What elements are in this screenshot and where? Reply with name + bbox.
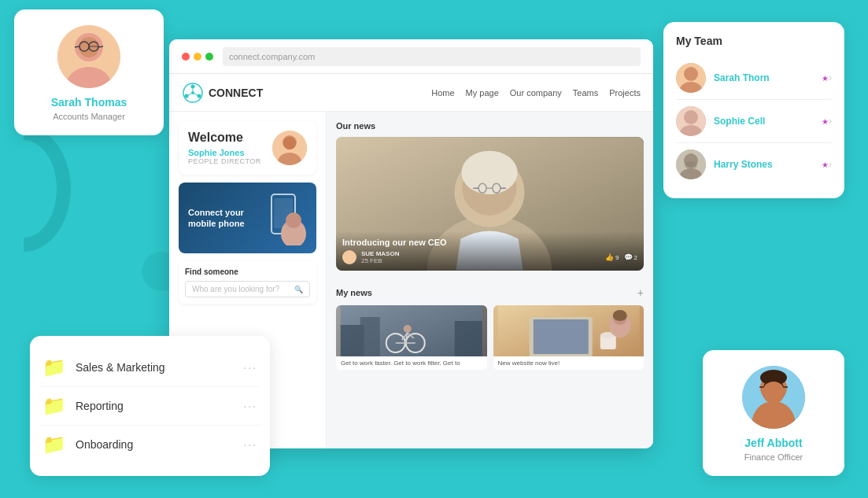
nav-links: Home My page Our company Teams Projects bbox=[431, 88, 641, 98]
sophie-cell-star: ★ bbox=[822, 117, 829, 126]
news-card-1-img bbox=[336, 305, 487, 356]
folder-more-reporting[interactable]: ··· bbox=[243, 400, 257, 412]
welcome-title: Welcome bbox=[188, 131, 261, 145]
svg-line-16 bbox=[194, 94, 198, 95]
nav-mypage[interactable]: My page bbox=[466, 88, 499, 98]
folder-icon-onboarding: 📁 bbox=[42, 433, 66, 456]
dot-yellow bbox=[194, 53, 201, 61]
jeff-avatar bbox=[742, 366, 805, 429]
svg-point-53 bbox=[612, 310, 626, 321]
welcome-card: Welcome Sophie Jones PEOPLE DIRECTOR bbox=[179, 121, 316, 175]
svg-point-67 bbox=[760, 370, 787, 385]
right-column: Our news bbox=[327, 112, 653, 448]
sarah-role: Accounts Manager bbox=[53, 112, 125, 121]
likes-action[interactable]: 👍 9 bbox=[605, 253, 619, 261]
team-title: My Team bbox=[676, 35, 832, 47]
nav-teams[interactable]: Teams bbox=[573, 88, 598, 98]
news-meta: SUE MASON 25 FEB 👍 9 💬 2 bbox=[342, 250, 637, 264]
jeff-abbott-card: Jeff Abbott Finance Officer bbox=[703, 350, 844, 476]
mobile-promo-text: Connect your mobile phone bbox=[188, 207, 251, 230]
app-name: CONNECT bbox=[209, 87, 263, 99]
sophie-avatar-svg bbox=[272, 131, 307, 165]
svg-rect-38 bbox=[455, 321, 482, 356]
comments-count: 2 bbox=[634, 254, 637, 261]
harry-stones-arrow: › bbox=[829, 159, 832, 170]
dot-red bbox=[182, 53, 190, 61]
our-news-label: Our news bbox=[336, 121, 644, 131]
url-bar[interactable]: connect.company.com bbox=[223, 47, 641, 66]
mobile-promo-card: Connect your mobile phone bbox=[179, 183, 316, 253]
svg-rect-37 bbox=[360, 317, 380, 356]
mobile-promo-image bbox=[264, 190, 307, 245]
svg-point-12 bbox=[198, 94, 201, 98]
search-icon: 🔍 bbox=[294, 286, 303, 293]
thumbs-up-icon: 👍 bbox=[605, 253, 614, 261]
likes-count: 9 bbox=[615, 254, 619, 261]
find-placeholder: Who are you looking for? bbox=[192, 285, 279, 293]
mobile-promo-svg bbox=[264, 190, 307, 245]
nav-company[interactable]: Our company bbox=[510, 88, 562, 98]
svg-line-6 bbox=[75, 46, 79, 47]
sarah-avatar-svg bbox=[57, 25, 120, 88]
author-date: 25 FEB bbox=[361, 257, 399, 264]
svg-point-24 bbox=[286, 212, 301, 228]
news-hero[interactable]: Introducing our new CEO SUE MASON 25 FEB… bbox=[336, 137, 644, 271]
sophie-avatar bbox=[272, 131, 307, 165]
news-hero-overlay: Introducing our new CEO SUE MASON 25 FEB… bbox=[336, 231, 644, 271]
folders-card: 📁 Sales & Marketing ··· 📁 Reporting ··· … bbox=[30, 336, 270, 476]
my-news-section: My news + bbox=[327, 286, 653, 379]
folder-icon-reporting: 📁 bbox=[42, 395, 66, 417]
my-news-label: My news bbox=[336, 288, 372, 297]
dot-green bbox=[205, 53, 213, 61]
svg-point-68 bbox=[763, 388, 785, 400]
sarah-thorn-name: Sarah Thorn bbox=[714, 72, 818, 83]
connect-logo: CONNECT bbox=[182, 82, 263, 104]
svg-point-13 bbox=[191, 91, 194, 94]
svg-point-69 bbox=[764, 382, 774, 392]
sarah-thorn-star: ★ bbox=[822, 74, 829, 83]
folder-more-sales[interactable]: ··· bbox=[243, 361, 257, 374]
jeff-name: Jeff Abbott bbox=[744, 437, 802, 449]
sarah-avatar bbox=[57, 25, 120, 88]
find-someone-section: Find someone Who are you looking for? 🔍 bbox=[179, 261, 316, 304]
my-news-header: My news + bbox=[336, 286, 644, 299]
news-card-2-text: New website now live! bbox=[493, 356, 645, 370]
url-text: connect.company.com bbox=[229, 52, 315, 61]
cycling-img-svg bbox=[336, 305, 487, 356]
folder-more-onboarding[interactable]: ··· bbox=[243, 438, 257, 451]
laptop-img-svg bbox=[493, 305, 645, 356]
svg-point-10 bbox=[191, 84, 195, 88]
author-name: SUE MASON bbox=[361, 250, 399, 257]
team-member-harry[interactable]: Harry Stones ★ › bbox=[676, 143, 832, 186]
news-grid: Get to work faster. Get to work fitter. … bbox=[336, 305, 644, 370]
comments-action[interactable]: 💬 2 bbox=[624, 253, 637, 261]
folder-sales-marketing[interactable]: 📁 Sales & Marketing ··· bbox=[39, 349, 260, 387]
find-input-container[interactable]: Who are you looking for? 🔍 bbox=[185, 281, 310, 297]
news-caption: Introducing our new CEO bbox=[342, 238, 637, 247]
browser-nav: connect.company.com bbox=[169, 39, 653, 74]
svg-point-55 bbox=[684, 67, 698, 81]
sophie-cell-arrow: › bbox=[829, 116, 832, 127]
sarah-thomas-card: Sarah Thomas Accounts Manager bbox=[14, 9, 164, 135]
svg-point-63 bbox=[685, 161, 697, 169]
news-card-2-img bbox=[493, 305, 645, 356]
browser-dots bbox=[182, 53, 213, 61]
team-member-sarah[interactable]: Sarah Thorn ★ › bbox=[676, 57, 832, 100]
news-card-1[interactable]: Get to work faster. Get to work fitter. … bbox=[336, 305, 487, 370]
harry-stones-star: ★ bbox=[822, 160, 829, 169]
team-member-sophie[interactable]: Sophie Cell ★ › bbox=[676, 100, 832, 143]
svg-point-58 bbox=[684, 110, 698, 124]
nav-home[interactable]: Home bbox=[431, 88, 454, 98]
news-card-2[interactable]: New website now live! bbox=[493, 305, 645, 370]
folder-reporting[interactable]: 📁 Reporting ··· bbox=[39, 387, 260, 426]
folder-name-sales: Sales & Marketing bbox=[76, 361, 243, 374]
sophie-cell-name: Sophie Cell bbox=[714, 116, 818, 127]
add-news-button[interactable]: + bbox=[637, 286, 644, 299]
sophie-cell-svg bbox=[676, 106, 706, 136]
nav-projects[interactable]: Projects bbox=[609, 88, 641, 98]
jeff-role: Finance Officer bbox=[744, 452, 803, 462]
connect-navbar: CONNECT Home My page Our company Teams P… bbox=[169, 74, 653, 112]
folder-name-onboarding: Onboarding bbox=[76, 438, 243, 451]
folder-onboarding[interactable]: 📁 Onboarding ··· bbox=[39, 426, 260, 463]
sarah-thorn-avatar bbox=[676, 63, 706, 93]
